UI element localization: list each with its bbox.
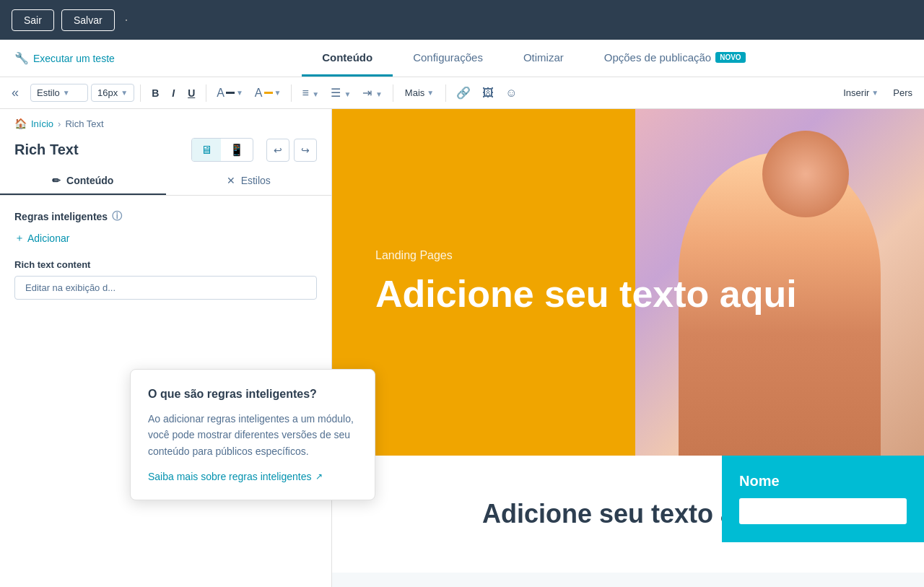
undo-button[interactable]: ↩ <box>266 139 289 162</box>
desktop-view-button[interactable]: 🖥 <box>192 139 221 161</box>
sair-button[interactable]: Sair <box>12 9 54 31</box>
divider-1 <box>140 84 141 102</box>
link-icon: 🔗 <box>456 87 471 99</box>
style-label: Estilo <box>37 87 60 98</box>
breadcrumb: 🏠 Início › Rich Text <box>0 109 331 135</box>
align-button[interactable]: ≡ ▼ <box>297 84 323 103</box>
mobile-view-button[interactable]: 📱 <box>221 139 253 161</box>
list-icon: ☰ <box>331 87 341 99</box>
canvas-area: Landing Pages Adicione seu texto aqui Ad… <box>332 109 924 587</box>
separator-dot: · <box>125 12 128 27</box>
top-bar: Sair Salvar · <box>0 0 924 40</box>
tab-otimizar[interactable]: Otimizar <box>503 40 584 77</box>
breadcrumb-home-link[interactable]: Início <box>31 118 53 129</box>
tab-configuracoes[interactable]: Configurações <box>393 40 503 77</box>
rich-text-content-label: Rich text content <box>14 259 317 270</box>
font-size-select[interactable]: 16px ▼ <box>91 84 134 102</box>
main-layout: 🏠 Início › Rich Text Rich Text 🖥 📱 <box>0 109 924 587</box>
personalize-button[interactable]: Pers <box>887 84 918 101</box>
highlight-color-button[interactable]: A ▼ <box>250 84 286 103</box>
font-color-button[interactable]: A ▼ <box>212 84 248 103</box>
panel-header: Rich Text 🖥 📱 ↩ ↪ <box>0 135 331 168</box>
run-test-button[interactable]: 🔧 Executar um teste <box>14 51 115 65</box>
estilos-tab-icon: ✕ <box>227 175 235 186</box>
device-toggle: 🖥 📱 <box>191 138 253 162</box>
run-test-icon: 🔧 <box>14 51 29 65</box>
hero-section[interactable]: Landing Pages Adicione seu texto aqui <box>332 109 924 456</box>
hero-content: Landing Pages Adicione seu texto aqui <box>332 220 840 344</box>
redo-icon: ↪ <box>301 144 310 156</box>
canvas-inner: Landing Pages Adicione seu texto aqui Ad… <box>332 109 924 587</box>
undo-icon: ↩ <box>274 144 282 156</box>
add-label: Adicionar <box>27 232 69 244</box>
breadcrumb-separator: › <box>58 118 61 129</box>
form-panel: Nome <box>722 456 924 542</box>
link-button[interactable]: 🔗 <box>452 83 475 103</box>
style-select[interactable]: Estilo ▼ <box>30 84 88 102</box>
smart-rules-label: Regras inteligentes <box>14 211 108 222</box>
run-test-label: Executar um teste <box>33 53 115 64</box>
tooltip-popup: O que são regras inteligentes? Ao adicio… <box>130 369 375 500</box>
divider-5 <box>445 84 446 102</box>
hero-subtitle: Landing Pages <box>375 249 797 262</box>
editor-toolbar: « Estilo ▼ 16px ▼ B I U A ▼ A ▼ ≡ ▼ <box>0 77 924 109</box>
highlight-color-icon: A ▼ <box>255 87 282 100</box>
breadcrumb-current: Rich Text <box>65 118 103 129</box>
tab-panel-conteudo[interactable]: ✏ Conteúdo <box>0 168 166 195</box>
tooltip-link-label: Saiba mais sobre regras inteligentes <box>148 471 311 482</box>
list-button[interactable]: ☰ ▼ <box>326 83 355 103</box>
emoji-icon: ☺ <box>505 87 517 99</box>
font-color-icon: A ▼ <box>217 87 243 100</box>
mais-button[interactable]: Mais ▼ <box>399 84 440 101</box>
estilos-tab-label: Estilos <box>241 175 271 186</box>
divider-4 <box>393 84 393 102</box>
indent-icon: ⇥ <box>362 87 372 99</box>
undo-redo-group: ↩ ↪ <box>266 139 317 162</box>
mobile-icon: 📱 <box>230 144 244 156</box>
smart-rules-section: Regras inteligentes ⓘ <box>14 210 317 223</box>
left-panel: 🏠 Início › Rich Text Rich Text 🖥 📱 <box>0 109 332 587</box>
underline-button[interactable]: U <box>183 84 200 102</box>
divider-3 <box>291 84 292 102</box>
tooltip-body: Ao adicionar regras inteligentes a um mó… <box>148 411 357 459</box>
tooltip-link[interactable]: Saiba mais sobre regras inteligentes ↗ <box>148 471 357 482</box>
divider-2 <box>206 84 206 102</box>
tab-conteudo[interactable]: Conteúdo <box>302 40 393 77</box>
panel-controls: 🖥 📱 ↩ ↪ <box>191 138 317 162</box>
panel-tabs: ✏ Conteúdo ✕ Estilos <box>0 168 331 196</box>
align-icon: ≡ <box>302 87 308 99</box>
below-hero-section: Adicione seu texto aqui Nome <box>332 456 924 573</box>
add-smart-rule-button[interactable]: ＋ Adicionar <box>14 232 69 245</box>
italic-button[interactable]: I <box>167 84 180 102</box>
font-size-label: 16px <box>97 87 118 98</box>
edit-display-button[interactable]: Editar na exibição d... <box>14 276 317 300</box>
inserir-button[interactable]: Inserir ▼ <box>837 84 884 101</box>
bold-button[interactable]: B <box>147 84 164 102</box>
nav-bar: 🔧 Executar um teste Conteúdo Configuraçõ… <box>0 40 924 77</box>
external-link-icon: ↗ <box>315 471 323 482</box>
collapse-button[interactable]: « <box>6 82 25 103</box>
image-icon: 🖼 <box>482 87 494 99</box>
toolbar-right: Inserir ▼ Pers <box>837 84 918 101</box>
plus-icon: ＋ <box>14 232 25 245</box>
form-title: Nome <box>739 473 907 490</box>
redo-button[interactable]: ↪ <box>294 139 317 162</box>
size-arrow-icon: ▼ <box>121 89 128 97</box>
emoji-button[interactable]: ☺ <box>501 84 521 103</box>
tab-panel-estilos[interactable]: ✕ Estilos <box>166 168 332 195</box>
panel-title: Rich Text <box>14 142 79 158</box>
info-icon[interactable]: ⓘ <box>112 210 122 223</box>
indent-button[interactable]: ⇥ ▼ <box>358 83 386 103</box>
hero-title[interactable]: Adicione seu texto aqui <box>375 274 797 315</box>
tooltip-title: O que são regras inteligentes? <box>148 387 357 402</box>
conteudo-tab-icon: ✏ <box>52 175 61 186</box>
novo-badge: NOVO <box>715 52 745 63</box>
home-icon: 🏠 <box>14 118 27 129</box>
tab-opcoes[interactable]: Opções de publicação NOVO <box>584 40 766 77</box>
nav-tabs: Conteúdo Configurações Otimizar Opções d… <box>144 40 924 77</box>
form-name-input[interactable] <box>739 498 907 524</box>
image-insert-button[interactable]: 🖼 <box>478 84 498 103</box>
conteudo-tab-label: Conteúdo <box>66 175 113 186</box>
salvar-button[interactable]: Salvar <box>61 9 115 31</box>
style-arrow-icon: ▼ <box>63 89 70 97</box>
